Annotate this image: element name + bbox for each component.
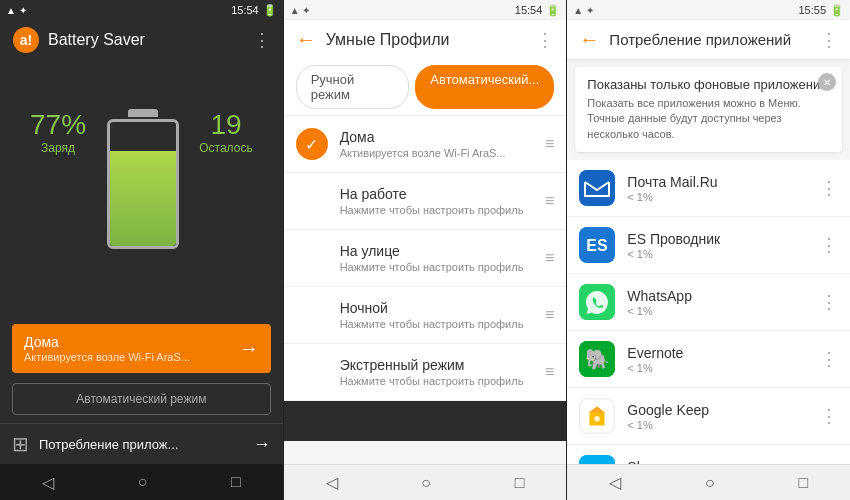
- profile-arrow-icon: →: [239, 337, 259, 360]
- sb3-battery: 🔋: [830, 4, 844, 17]
- mail-app-name: Почта Mail.Ru: [627, 174, 820, 190]
- active-profile-button[interactable]: Дома Активируется возле Wi-Fi AraS... →: [12, 324, 271, 373]
- charge-value: 77%: [30, 109, 86, 141]
- battery-section: 77% Заряд 19 Осталось: [0, 60, 283, 318]
- app-item-mail[interactable]: Почта Mail.Ru < 1% ⋮: [567, 160, 850, 217]
- mail-app-text: Почта Mail.Ru < 1%: [627, 174, 820, 203]
- profile-item-night[interactable]: Ночной Нажмите чтобы настроить профиль ≡: [284, 287, 567, 344]
- app-item-evernote[interactable]: 🐘 Evernote < 1% ⋮: [567, 331, 850, 388]
- overflow-menu-button[interactable]: ⋮: [253, 29, 271, 51]
- p3-overflow-menu[interactable]: ⋮: [820, 29, 838, 51]
- home-nav-icon-3[interactable]: ○: [705, 474, 715, 492]
- p1-bottom-bar: ⊞ Потребление прилож... →: [0, 423, 283, 464]
- gkeep-app-text: Google Keep < 1%: [627, 402, 820, 431]
- bottom-consumption-label[interactable]: Потребление прилож...: [39, 437, 253, 452]
- battery-body: [107, 119, 179, 249]
- back-nav-icon-3[interactable]: ◁: [609, 473, 621, 492]
- home-nav-icon[interactable]: ○: [138, 473, 148, 491]
- recents-nav-icon-2[interactable]: □: [515, 474, 525, 492]
- profile-street-sub: Нажмите чтобы настроить профиль: [340, 261, 545, 273]
- p3-title: Потребление приложений: [609, 31, 820, 48]
- gkeep-app-usage: < 1%: [627, 419, 820, 431]
- mail-app-icon: [579, 170, 615, 206]
- app-list: Почта Mail.Ru < 1% ⋮ ES ES Проводник < 1…: [567, 160, 850, 464]
- gkeep-app-menu-icon[interactable]: ⋮: [820, 405, 838, 427]
- whatsapp-app-menu-icon[interactable]: ⋮: [820, 291, 838, 313]
- profile-info: Дома Активируется возле Wi-Fi AraS...: [24, 334, 239, 363]
- mail-app-usage: < 1%: [627, 191, 820, 203]
- app-item-es[interactable]: ES ES Проводник < 1% ⋮: [567, 217, 850, 274]
- status-time-1: 15:54: [231, 4, 259, 16]
- app-item-skype[interactable]: S Skype < 1% ⋮: [567, 445, 850, 464]
- back-nav-icon-2[interactable]: ◁: [326, 473, 338, 492]
- back-button-2[interactable]: ←: [296, 28, 316, 51]
- status-bar-left: ▲ ✦: [6, 5, 27, 16]
- recents-nav-icon[interactable]: □: [231, 473, 241, 491]
- app-item-gkeep[interactable]: Google Keep < 1% ⋮: [567, 388, 850, 445]
- profile-item-emergency[interactable]: Экстренный режим Нажмите чтобы настроить…: [284, 344, 567, 401]
- profile-work-sub: Нажмите чтобы настроить профиль: [340, 204, 545, 216]
- profile-work-name: На работе: [340, 186, 545, 202]
- grid-icon: ⊞: [12, 432, 29, 456]
- battery-saver-panel: ▲ ✦ 15:54 🔋 a! Battery Saver ⋮ 77% Заряд: [0, 0, 283, 500]
- profile-work-icon: [296, 185, 328, 217]
- whatsapp-app-usage: < 1%: [627, 305, 820, 317]
- profile-night-settings-icon[interactable]: ≡: [545, 306, 554, 324]
- profile-emergency-name: Экстренный режим: [340, 357, 545, 373]
- profile-emergency-icon: [296, 356, 328, 388]
- status-bar-3: ▲ ✦ 15:55 🔋: [567, 0, 850, 20]
- smart-profiles-panel: ▲ ✦ 15:54 🔋 ← Умные Профили ⋮ Ручной реж…: [283, 0, 568, 500]
- evernote-app-name: Evernote: [627, 345, 820, 361]
- status-bar-1: ▲ ✦ 15:54 🔋: [0, 0, 283, 20]
- profile-work-settings-icon[interactable]: ≡: [545, 192, 554, 210]
- es-app-name: ES Проводник: [627, 231, 820, 247]
- whatsapp-app-icon: [579, 284, 615, 320]
- es-app-menu-icon[interactable]: ⋮: [820, 234, 838, 256]
- recents-nav-icon-3[interactable]: □: [798, 474, 808, 492]
- mail-app-menu-icon[interactable]: ⋮: [820, 177, 838, 199]
- whatsapp-app-name: WhatsApp: [627, 288, 820, 304]
- banner-sub: Показать все приложения можно в Меню. То…: [587, 96, 832, 142]
- home-nav-icon-2[interactable]: ○: [421, 474, 431, 492]
- evernote-app-menu-icon[interactable]: ⋮: [820, 348, 838, 370]
- nav-bar-2: ◁ ○ □: [284, 464, 567, 500]
- banner-close-button[interactable]: ✕: [818, 73, 836, 91]
- profile-street-name: На улице: [340, 243, 545, 259]
- tab-manual[interactable]: Ручной режим: [296, 65, 410, 109]
- profile-item-home-text: Дома Активируется возле Wi-Fi AraS...: [340, 129, 545, 159]
- back-nav-icon[interactable]: ◁: [42, 473, 54, 492]
- profile-name: Дома: [24, 334, 239, 350]
- sb2-battery: 🔋: [546, 4, 560, 17]
- profile-item-work[interactable]: На работе Нажмите чтобы настроить профил…: [284, 173, 567, 230]
- profile-sub: Активируется возле Wi-Fi AraS...: [24, 351, 239, 363]
- profile-list: ✓ Дома Активируется возле Wi-Fi AraS... …: [284, 116, 567, 464]
- tab-auto[interactable]: Автоматический...: [415, 65, 554, 109]
- profile-item-emergency-text: Экстренный режим Нажмите чтобы настроить…: [340, 357, 545, 387]
- nav-bar-1: ◁ ○ □: [0, 464, 283, 500]
- evernote-app-icon: 🐘: [579, 341, 615, 377]
- profile-item-street[interactable]: На улице Нажмите чтобы настроить профиль…: [284, 230, 567, 287]
- charge-stat: 77% Заряд: [30, 109, 86, 259]
- profile-settings-icon[interactable]: ≡: [545, 135, 554, 153]
- app-item-whatsapp[interactable]: WhatsApp < 1% ⋮: [567, 274, 850, 331]
- status-bar-2: ▲ ✦ 15:54 🔋: [284, 0, 567, 20]
- svg-text:🐘: 🐘: [585, 347, 610, 371]
- auto-mode-button[interactable]: Автоматический режим: [12, 383, 271, 415]
- es-app-text: ES Проводник < 1%: [627, 231, 820, 260]
- remaining-label: Осталось: [199, 141, 252, 155]
- back-button-3[interactable]: ←: [579, 28, 599, 51]
- nav-bar-3: ◁ ○ □: [567, 464, 850, 500]
- gkeep-app-name: Google Keep: [627, 402, 820, 418]
- remaining-value: 19: [199, 109, 252, 141]
- evernote-app-usage: < 1%: [627, 362, 820, 374]
- app-consumption-panel: ▲ ✦ 15:55 🔋 ← Потребление приложений ⋮ П…: [567, 0, 850, 500]
- battery-fill: [110, 151, 176, 246]
- p2-overflow-menu[interactable]: ⋮: [536, 29, 554, 51]
- profile-item-home[interactable]: ✓ Дома Активируется возле Wi-Fi AraS... …: [284, 116, 567, 173]
- status-time-2: 15:54: [515, 4, 543, 16]
- remaining-stat: 19 Осталось: [199, 109, 252, 259]
- profile-street-settings-icon[interactable]: ≡: [545, 249, 554, 267]
- p1-header: a! Battery Saver ⋮: [0, 20, 283, 60]
- es-app-usage: < 1%: [627, 248, 820, 260]
- profile-emergency-settings-icon[interactable]: ≡: [545, 363, 554, 381]
